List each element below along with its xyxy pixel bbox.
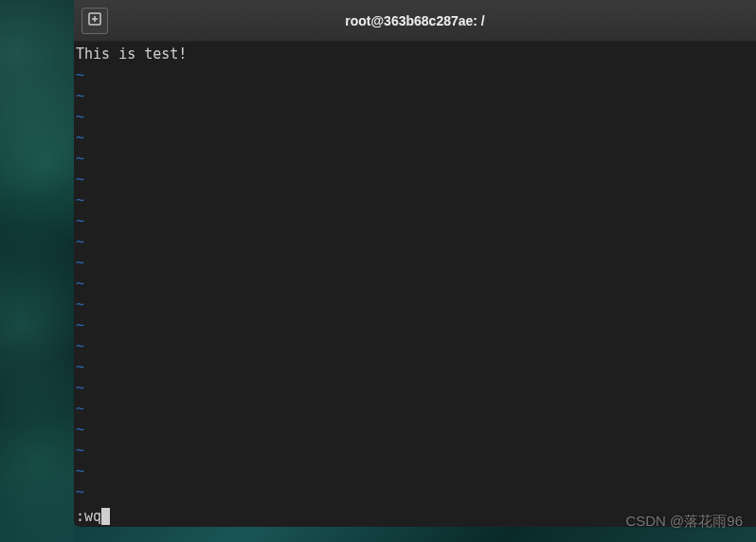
terminal-body[interactable]: This is test! ~~~~~~~~~~~~~~~~~~~~~ :wq xyxy=(74,42,756,527)
cursor xyxy=(101,508,110,525)
tilde-line: ~ xyxy=(76,273,754,294)
tilde-line: ~ xyxy=(76,377,754,398)
terminal-window: root@363b68c287ae: / This is test! ~~~~~… xyxy=(74,0,756,527)
tilde-line: ~ xyxy=(76,440,754,461)
desktop-background xyxy=(0,0,74,542)
tilde-line: ~ xyxy=(76,356,754,377)
tilde-line: ~ xyxy=(76,106,754,127)
new-tab-button[interactable] xyxy=(81,8,108,34)
tilde-line: ~ xyxy=(76,127,754,148)
tilde-line: ~ xyxy=(76,481,754,502)
window-title: root@363b68c287ae: / xyxy=(345,13,485,28)
tilde-line: ~ xyxy=(76,231,754,252)
tilde-line: ~ xyxy=(76,461,754,481)
tilde-line: ~ xyxy=(76,210,754,231)
tilde-line: ~ xyxy=(76,315,754,335)
tilde-line: ~ xyxy=(76,169,754,190)
tilde-line: ~ xyxy=(76,335,754,356)
tilde-line: ~ xyxy=(76,64,754,85)
titlebar: root@363b68c287ae: / xyxy=(74,0,756,42)
editor-content: This is test! xyxy=(76,44,754,64)
vim-command-line[interactable]: :wq xyxy=(76,506,754,527)
tilde-line: ~ xyxy=(76,398,754,419)
command-text: :wq xyxy=(76,508,101,525)
tilde-line: ~ xyxy=(76,85,754,106)
tilde-line: ~ xyxy=(76,190,754,210)
tilde-line: ~ xyxy=(76,294,754,315)
tilde-line: ~ xyxy=(76,419,754,440)
new-tab-icon xyxy=(87,11,102,30)
tilde-line: ~ xyxy=(76,252,754,273)
editor-empty-lines: ~~~~~~~~~~~~~~~~~~~~~ xyxy=(76,64,754,502)
tilde-line: ~ xyxy=(76,148,754,169)
